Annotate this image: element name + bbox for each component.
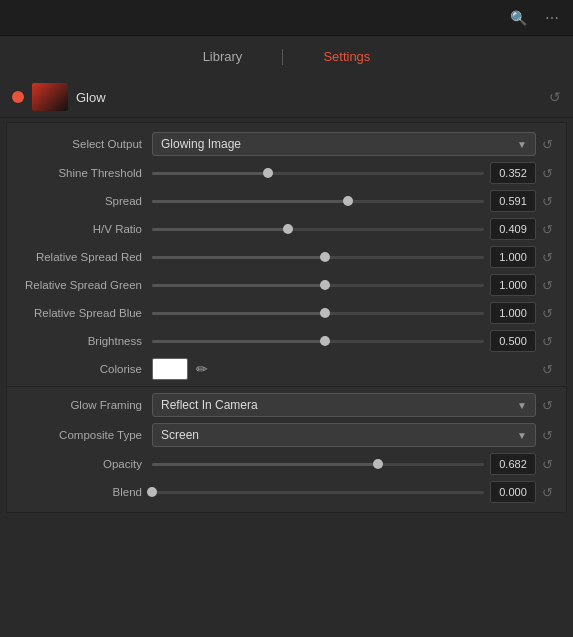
row-opacity: Opacity↺ <box>7 450 566 478</box>
slider-thumb-rel-spread-green[interactable] <box>320 280 330 290</box>
control-rel-spread-red <box>152 246 536 268</box>
label-composite-type: Composite Type <box>7 429 152 441</box>
tab-bar: Library Settings <box>0 36 573 77</box>
slider-track-shine-threshold[interactable] <box>152 172 484 175</box>
slider-thumb-blend[interactable] <box>147 487 157 497</box>
slider-thumb-spread[interactable] <box>343 196 353 206</box>
control-opacity <box>152 453 536 475</box>
control-blend <box>152 481 536 503</box>
slider-track-rel-spread-red[interactable] <box>152 256 484 259</box>
row-rel-spread-blue: Relative Spread Blue↺ <box>7 299 566 327</box>
slider-thumb-rel-spread-red[interactable] <box>320 252 330 262</box>
slider-fill-opacity <box>152 463 378 466</box>
color-swatch-colorise[interactable] <box>152 358 188 380</box>
slider-fill-spread <box>152 200 348 203</box>
slider-track-rel-spread-blue[interactable] <box>152 312 484 315</box>
tab-settings[interactable]: Settings <box>283 44 410 69</box>
control-colorise: ✏ <box>152 358 536 380</box>
slider-wrapper-opacity <box>152 454 484 474</box>
slider-track-hv-ratio[interactable] <box>152 228 484 231</box>
reset-icon-rel-spread-green[interactable]: ↺ <box>536 278 558 293</box>
slider-thumb-hv-ratio[interactable] <box>283 224 293 234</box>
label-hv-ratio: H/V Ratio <box>7 223 152 235</box>
label-rel-spread-blue: Relative Spread Blue <box>7 307 152 319</box>
top-bar: 🔍 ⋯ <box>0 0 573 36</box>
label-opacity: Opacity <box>7 458 152 470</box>
settings-panel: Select OutputGlowing Image▼↺Shine Thresh… <box>6 122 567 513</box>
dropdown-glow-framing[interactable]: Reflect In Camera▼ <box>152 393 536 417</box>
slider-fill-shine-threshold <box>152 172 268 175</box>
dropdown-value-glow-framing: Reflect In Camera <box>161 398 258 412</box>
row-colorise: Colorise✏↺ <box>7 355 566 383</box>
label-select-output: Select Output <box>7 138 152 150</box>
row-composite-type: Composite TypeScreen▼↺ <box>7 420 566 450</box>
reset-icon-spread[interactable]: ↺ <box>536 194 558 209</box>
reset-icon-brightness[interactable]: ↺ <box>536 334 558 349</box>
reset-icon-composite-type[interactable]: ↺ <box>536 428 558 443</box>
row-rel-spread-red: Relative Spread Red↺ <box>7 243 566 271</box>
control-composite-type: Screen▼ <box>152 423 536 447</box>
control-brightness <box>152 330 536 352</box>
reset-icon-shine-threshold[interactable]: ↺ <box>536 166 558 181</box>
slider-thumb-opacity[interactable] <box>373 459 383 469</box>
slider-track-brightness[interactable] <box>152 340 484 343</box>
row-blend: Blend↺ <box>7 478 566 506</box>
control-hv-ratio <box>152 218 536 240</box>
effect-title: Glow <box>76 90 549 105</box>
value-input-hv-ratio[interactable] <box>490 218 536 240</box>
row-glow-framing: Glow FramingReflect In Camera▼↺ <box>7 390 566 420</box>
status-dot[interactable] <box>12 91 24 103</box>
label-rel-spread-green: Relative Spread Green <box>7 279 152 291</box>
effect-header: Glow ↺ <box>0 77 573 118</box>
reset-icon-colorise[interactable]: ↺ <box>536 362 558 377</box>
control-select-output: Glowing Image▼ <box>152 132 536 156</box>
slider-fill-brightness <box>152 340 325 343</box>
value-input-spread[interactable] <box>490 190 536 212</box>
slider-wrapper-shine-threshold <box>152 163 484 183</box>
slider-thumb-brightness[interactable] <box>320 336 330 346</box>
search-button[interactable]: 🔍 <box>506 8 531 28</box>
header-reset-icon[interactable]: ↺ <box>549 89 561 105</box>
tab-library[interactable]: Library <box>163 44 283 69</box>
value-input-blend[interactable] <box>490 481 536 503</box>
reset-icon-opacity[interactable]: ↺ <box>536 457 558 472</box>
row-shine-threshold: Shine Threshold↺ <box>7 159 566 187</box>
reset-icon-blend[interactable]: ↺ <box>536 485 558 500</box>
value-input-opacity[interactable] <box>490 453 536 475</box>
eyedropper-icon-colorise[interactable]: ✏ <box>196 361 208 377</box>
slider-track-rel-spread-green[interactable] <box>152 284 484 287</box>
control-rel-spread-blue <box>152 302 536 324</box>
effect-thumbnail <box>32 83 68 111</box>
slider-thumb-shine-threshold[interactable] <box>263 168 273 178</box>
value-input-brightness[interactable] <box>490 330 536 352</box>
slider-wrapper-spread <box>152 191 484 211</box>
value-input-rel-spread-green[interactable] <box>490 274 536 296</box>
dropdown-arrow-select-output: ▼ <box>517 139 527 150</box>
value-input-shine-threshold[interactable] <box>490 162 536 184</box>
control-spread <box>152 190 536 212</box>
dropdown-select-output[interactable]: Glowing Image▼ <box>152 132 536 156</box>
label-shine-threshold: Shine Threshold <box>7 167 152 179</box>
reset-icon-hv-ratio[interactable]: ↺ <box>536 222 558 237</box>
slider-thumb-rel-spread-blue[interactable] <box>320 308 330 318</box>
slider-wrapper-rel-spread-red <box>152 247 484 267</box>
value-input-rel-spread-red[interactable] <box>490 246 536 268</box>
reset-icon-glow-framing[interactable]: ↺ <box>536 398 558 413</box>
slider-track-opacity[interactable] <box>152 463 484 466</box>
dropdown-value-select-output: Glowing Image <box>161 137 241 151</box>
slider-track-blend[interactable] <box>152 491 484 494</box>
row-rel-spread-green: Relative Spread Green↺ <box>7 271 566 299</box>
value-input-rel-spread-blue[interactable] <box>490 302 536 324</box>
slider-track-spread[interactable] <box>152 200 484 203</box>
dropdown-arrow-composite-type: ▼ <box>517 430 527 441</box>
dropdown-composite-type[interactable]: Screen▼ <box>152 423 536 447</box>
control-shine-threshold <box>152 162 536 184</box>
reset-icon-rel-spread-red[interactable]: ↺ <box>536 250 558 265</box>
more-button[interactable]: ⋯ <box>541 8 563 28</box>
reset-icon-rel-spread-blue[interactable]: ↺ <box>536 306 558 321</box>
reset-icon-select-output[interactable]: ↺ <box>536 137 558 152</box>
row-spread: Spread↺ <box>7 187 566 215</box>
slider-wrapper-hv-ratio <box>152 219 484 239</box>
divider <box>7 386 566 387</box>
slider-fill-hv-ratio <box>152 228 288 231</box>
